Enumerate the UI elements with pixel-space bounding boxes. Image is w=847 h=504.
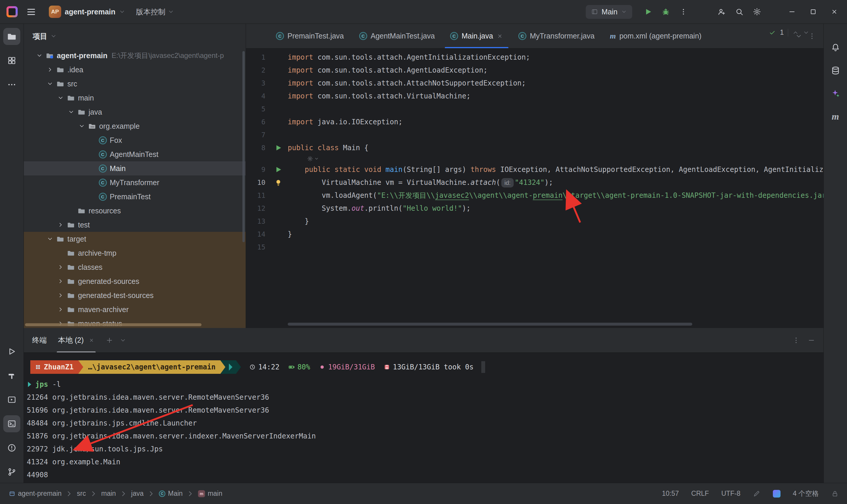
tree-item-maven-status[interactable]: maven-status: [24, 317, 246, 328]
project-widget[interactable]: AP agent-premain: [46, 3, 128, 20]
tree-item-target[interactable]: target: [24, 232, 246, 246]
terminal-tab[interactable]: 本地 (2): [57, 328, 96, 353]
settings-button[interactable]: [750, 5, 764, 19]
problems-button[interactable]: [3, 439, 20, 456]
breadcrumb-main[interactable]: mmain: [197, 490, 223, 498]
tree-item-main[interactable]: main: [24, 91, 246, 105]
breadcrumb-java[interactable]: java: [131, 490, 144, 498]
tree-chevron[interactable]: [56, 292, 66, 299]
tree-item-java[interactable]: java: [24, 105, 246, 119]
tree-chevron[interactable]: [56, 95, 66, 101]
tree-chevron[interactable]: [66, 109, 76, 115]
code-editor[interactable]: 1import com.sun.tools.attach.AgentInitia…: [246, 49, 824, 328]
tree-item-classes[interactable]: classes: [24, 260, 246, 274]
breadcrumb-main[interactable]: main: [101, 490, 117, 498]
more-tool-windows-button[interactable]: [3, 76, 20, 93]
terminal-type-dropdown-icon[interactable]: [120, 337, 126, 344]
tree-item-idea[interactable]: .idea: [24, 62, 246, 77]
version-control-button[interactable]: [3, 464, 20, 481]
tree-chevron[interactable]: [45, 236, 55, 242]
line-separator-widget[interactable]: CRLF: [691, 490, 709, 498]
structure-button[interactable]: [3, 52, 20, 69]
tree-horizontal-scrollbar[interactable]: [25, 323, 202, 326]
hamburger-menu-icon[interactable]: [25, 6, 37, 18]
terminal-panel-title[interactable]: 终端: [32, 335, 47, 345]
left-tool-strip: [0, 24, 24, 483]
tab-mytransformer-java[interactable]: CMyTransformer.java: [511, 24, 602, 48]
services-button[interactable]: [3, 391, 20, 408]
breadcrumb-agent-premain[interactable]: agent-premain: [8, 490, 62, 498]
tree-item-mytransformer[interactable]: CMyTransformer: [24, 176, 246, 190]
debug-button[interactable]: [659, 5, 673, 19]
tree-item-archive-tmp[interactable]: archive-tmp: [24, 246, 246, 260]
run-configuration-widget[interactable]: Main: [586, 5, 632, 19]
maven-button[interactable]: m: [827, 108, 844, 125]
tab-agentmaintest-java[interactable]: CAgentMainTest.java: [351, 24, 443, 48]
hide-panel-icon[interactable]: [808, 337, 815, 344]
tab-main-java[interactable]: CMain.java: [443, 24, 511, 48]
tree-item-premaintest[interactable]: CPremainTest: [24, 190, 246, 204]
tree-chevron[interactable]: [56, 306, 66, 313]
tree-item-fox[interactable]: CFox: [24, 133, 246, 147]
close-icon[interactable]: [497, 33, 503, 39]
code-with-me-button[interactable]: [715, 5, 728, 19]
more-actions-button[interactable]: [677, 5, 690, 19]
tree-chevron[interactable]: [56, 264, 66, 270]
tree-item-resources[interactable]: resources: [24, 204, 246, 218]
project-panel-header[interactable]: 项目: [24, 24, 246, 49]
tab-premaintest-java[interactable]: CPremainTest.java: [268, 24, 351, 48]
tree-item-test[interactable]: test: [24, 218, 246, 232]
tree-item-main[interactable]: CMain: [24, 161, 246, 176]
terminal-button[interactable]: [3, 415, 20, 432]
notifications-button[interactable]: [827, 39, 844, 56]
caret-position-widget[interactable]: 10:57: [662, 490, 679, 498]
pen-icon[interactable]: [753, 490, 761, 498]
maximize-button[interactable]: [805, 4, 822, 19]
ai-assistant-button[interactable]: [827, 85, 844, 102]
run-button-icon[interactable]: [274, 144, 282, 152]
search-everywhere-button[interactable]: [732, 5, 746, 19]
ai-status-icon[interactable]: [773, 490, 780, 498]
indent-widget[interactable]: 4 个空格: [793, 489, 819, 498]
lightbulb-icon[interactable]: [274, 178, 282, 186]
tree-vertical-scrollbar[interactable]: [242, 51, 245, 242]
more-vertical-icon[interactable]: [792, 337, 800, 344]
tab-pom-xml-agent-premain[interactable]: mpom.xml (agent-premain): [602, 24, 709, 48]
tree-item-agent-premain[interactable]: agent-premainE:\开发项目\javasec2\agent\agen…: [24, 49, 246, 62]
run-outline-button[interactable]: [3, 343, 20, 360]
editor-horizontal-scrollbar[interactable]: [288, 323, 692, 326]
close-tab-icon[interactable]: [89, 337, 94, 343]
code-vision-inlay[interactable]: [246, 154, 824, 163]
tree-item-label: generated-sources: [78, 277, 139, 286]
minimize-button[interactable]: [783, 4, 800, 19]
database-button[interactable]: [827, 62, 844, 79]
vcs-widget[interactable]: 版本控制: [136, 7, 174, 17]
run-button-icon[interactable]: [274, 165, 282, 174]
tree-item-agentmaintest[interactable]: CAgentMainTest: [24, 147, 246, 161]
tree-item-maven-archiver[interactable]: maven-archiver: [24, 302, 246, 317]
chevron-down-icon[interactable]: [803, 30, 809, 36]
tree-chevron[interactable]: [34, 52, 45, 59]
terminal-output[interactable]: ZhuanZ1…\javasec2\agent\agent-premain14:…: [24, 353, 824, 481]
tree-item-src[interactable]: src: [24, 77, 246, 91]
encoding-widget[interactable]: UTF-8: [721, 490, 741, 498]
build-button[interactable]: [3, 367, 20, 384]
tree-chevron[interactable]: [56, 278, 66, 285]
tree-item-org-example[interactable]: org.example: [24, 119, 246, 133]
run-button[interactable]: [641, 5, 655, 19]
breadcrumb-src[interactable]: src: [76, 490, 86, 498]
tree-chevron[interactable]: [45, 67, 55, 73]
breadcrumb-main[interactable]: CMain: [158, 490, 183, 498]
new-terminal-icon[interactable]: [106, 337, 113, 344]
tree-item-generated-test-sources[interactable]: generated-test-sources: [24, 288, 246, 302]
inspection-widget[interactable]: 1: [769, 29, 809, 36]
tree-item-generated-sources[interactable]: generated-sources: [24, 274, 246, 288]
tree-chevron[interactable]: [77, 123, 87, 129]
close-window-button[interactable]: [826, 4, 843, 19]
lock-icon[interactable]: [831, 490, 839, 498]
tree-chevron[interactable]: [56, 221, 66, 228]
chevron-right-icon: [119, 490, 128, 498]
tree-chevron[interactable]: [45, 80, 55, 87]
project-folder-button[interactable]: [3, 28, 20, 45]
chevron-up-icon[interactable]: [792, 30, 799, 36]
